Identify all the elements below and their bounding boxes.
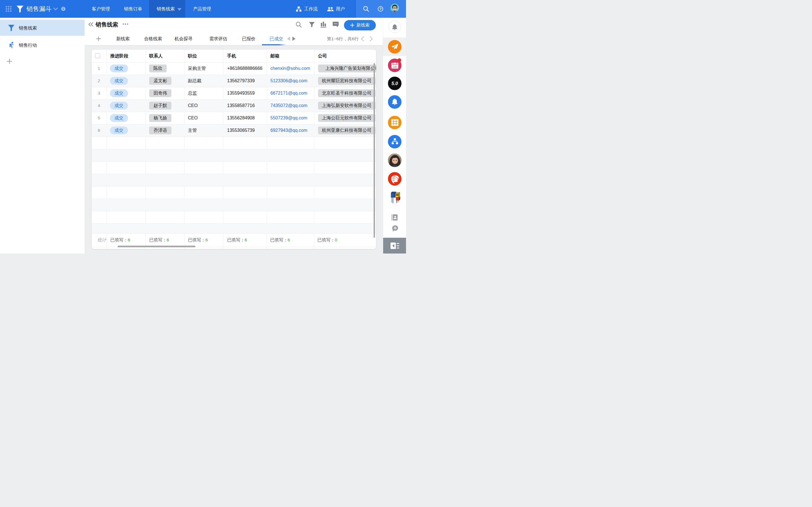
svg-text:?: ? [379,7,382,11]
svg-text:14: 14 [393,65,397,68]
